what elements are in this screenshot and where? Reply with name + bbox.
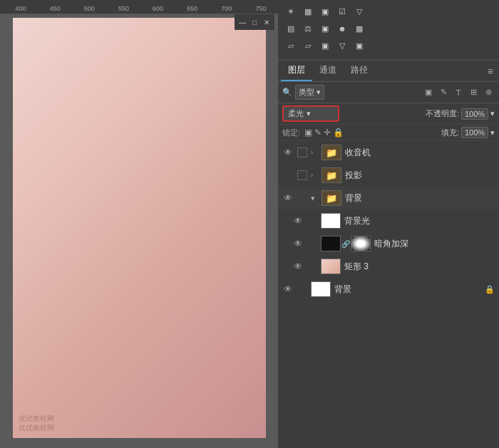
layer-checkbox[interactable] <box>297 170 307 180</box>
fill-input[interactable]: 100% <box>461 127 488 138</box>
layer-thumb-left <box>321 236 341 251</box>
icon-row-3: ▱ ▱ ▣ ▽ ▣ <box>284 38 493 53</box>
layer-thumbnail <box>311 281 331 297</box>
ruler-marks: 400 450 500 550 600 650 700 750 <box>0 5 278 12</box>
layer-thumbnail-container: 🔗 <box>321 236 371 251</box>
layer-item-beijing-group[interactable]: 👁 ▾ 📁 背景 <box>278 187 499 209</box>
lock-all-icon[interactable]: 🔒 <box>333 127 344 137</box>
layer-name: 背景光 <box>344 215 495 227</box>
square-icon[interactable]: ▣ <box>352 38 366 53</box>
icon-row-1: ☀ ▦ ▣ ☑ ▽ <box>284 4 493 19</box>
expand-icon[interactable]: › <box>311 172 318 179</box>
layer-item-touying[interactable]: 👁 › 📁 投影 <box>278 164 499 187</box>
shape1-icon[interactable]: ▱ <box>284 38 298 53</box>
layers-list: 👁 › 📁 收音机 👁 › 📁 投影 👁 <box>278 141 499 448</box>
layer-item-juxing3[interactable]: 👁 矩形 3 <box>278 255 499 278</box>
curves-icon[interactable]: ▣ <box>318 4 332 19</box>
filter-icon-2[interactable]: ✎ <box>437 86 450 99</box>
ruler-mark: 450 <box>38 5 72 12</box>
grid2-icon[interactable]: ▦ <box>352 21 366 36</box>
brightness-icon[interactable]: ☀ <box>284 4 298 19</box>
layer-thumb-right <box>351 236 371 251</box>
ruler-mark: 500 <box>72 5 106 12</box>
layer-item-shouyinji[interactable]: 👁 › 📁 收音机 <box>278 141 499 164</box>
tab-layers[interactable]: 图层 <box>281 61 312 81</box>
expand-icon[interactable]: ▾ <box>311 194 318 203</box>
arrow-icon[interactable]: ▽ <box>352 4 366 19</box>
shape2-icon[interactable]: ▱ <box>301 38 315 53</box>
layer-lock-icon: 🔒 <box>485 285 495 294</box>
opacity-dropdown-icon[interactable]: ▾ <box>490 109 495 118</box>
fill-control: 填充: 100% ▾ <box>441 127 495 138</box>
mask-icon[interactable]: ▣ <box>318 21 332 36</box>
face-icon[interactable]: ☻ <box>335 21 349 36</box>
opacity-input[interactable]: 100% <box>461 108 488 120</box>
visibility-icon[interactable]: 👁 <box>282 283 294 295</box>
visibility-icon[interactable]: 👁 <box>292 261 304 272</box>
layer-thumbnail: 📁 <box>321 190 341 206</box>
canvas-area: — □ ✕ 400 450 500 550 600 650 700 750 优优… <box>0 0 278 448</box>
lock-position-icon[interactable]: ✛ <box>324 127 331 137</box>
lock-icons: ▣ ✎ ✛ 🔒 <box>304 127 344 137</box>
lock-transparent-icon[interactable]: ▣ <box>304 127 312 137</box>
layer-name: 投影 <box>345 170 495 182</box>
rect-icon[interactable]: ▣ <box>318 38 332 53</box>
canvas-content: 优优教程网 优优教程网 <box>0 14 278 448</box>
blend-mode-select[interactable]: 柔光 ▾ <box>282 105 339 122</box>
lock-row: 锁定: ▣ ✎ ✛ 🔒 填充: 100% ▾ <box>278 125 499 141</box>
right-panel: ☀ ▦ ▣ ☑ ▽ ▤ ⚖ ▣ ☻ ▦ ▱ ▱ ▣ ▽ ▣ 图层 通道 路径 ≡ <box>278 0 499 448</box>
visibility-icon[interactable]: 👁 <box>292 238 304 249</box>
type-filter-select[interactable]: 类型 ▾ <box>295 85 324 100</box>
grid-icon[interactable]: ▤ <box>284 21 298 36</box>
ruler-top: 400 450 500 550 600 650 700 750 <box>0 0 278 14</box>
balance-icon[interactable]: ⚖ <box>301 21 315 36</box>
blend-mode-row: 柔光 ▾ 不透明度: 100% ▾ <box>278 103 499 125</box>
close-button[interactable]: ✕ <box>262 17 272 27</box>
layer-item-anjiao[interactable]: 👁 🔗 暗角加深 <box>278 232 499 255</box>
fill-dropdown-icon[interactable]: ▾ <box>490 128 495 137</box>
tab-channels[interactable]: 通道 <box>312 61 344 81</box>
layer-thumbnail <box>321 259 341 274</box>
dropdown-arrow-icon: ▾ <box>317 88 321 97</box>
filter-icon-5[interactable]: ⊛ <box>482 86 495 99</box>
layer-name: 背景 <box>345 192 495 204</box>
check-icon[interactable]: ☑ <box>335 4 349 19</box>
minimize-button[interactable]: — <box>237 17 247 27</box>
layer-name: 背景 <box>334 283 481 296</box>
search-icon: 🔍 <box>282 88 292 97</box>
layer-item-beijingguang[interactable]: 👁 背景光 <box>278 209 499 232</box>
layer-checkbox[interactable] <box>297 147 307 157</box>
visibility-icon[interactable]: 👁 <box>292 215 304 226</box>
levels-icon[interactable]: ▦ <box>301 4 315 19</box>
toolbar-icons: ☀ ▦ ▣ ☑ ▽ ▤ ⚖ ▣ ☻ ▦ ▱ ▱ ▣ ▽ ▣ <box>278 0 499 61</box>
lock-paint-icon[interactable]: ✎ <box>314 127 321 137</box>
ruler-mark: 400 <box>4 5 38 12</box>
layer-name: 矩形 3 <box>344 261 495 273</box>
blend-dropdown-icon: ▾ <box>307 109 311 118</box>
layer-thumbnail: 📁 <box>321 145 341 160</box>
opacity-control: 不透明度: 100% ▾ <box>426 108 495 120</box>
ruler-mark: 550 <box>106 5 140 12</box>
visibility-icon[interactable]: 👁 <box>282 192 294 204</box>
watermark: 优优教程网 优优教程网 <box>19 414 54 432</box>
filter-icon-1[interactable]: ▣ <box>422 86 435 99</box>
tab-paths[interactable]: 路径 <box>344 61 375 81</box>
expand-icon[interactable]: › <box>311 149 318 156</box>
layer-thumbnail: 📁 <box>321 167 341 183</box>
layers-panel: 图层 通道 路径 ≡ 🔍 类型 ▾ ▣ ✎ T ⊞ ⊛ 柔光 ▾ <box>278 61 499 448</box>
maximize-button[interactable]: □ <box>250 17 259 27</box>
layer-item-beijing[interactable]: 👁 背景 🔒 <box>278 278 499 301</box>
filter-icon-3[interactable]: T <box>452 86 465 99</box>
visibility-icon[interactable]: 👁 <box>282 147 294 158</box>
chain-icon: 🔗 <box>341 240 350 248</box>
ruler-mark: 650 <box>175 5 210 12</box>
filter-icons: ▣ ✎ T ⊞ ⊛ <box>422 86 495 99</box>
ruler-mark: 700 <box>210 5 244 12</box>
layer-name: 暗角加深 <box>374 238 495 250</box>
canvas-document: 优优教程网 优优教程网 <box>13 18 266 438</box>
down-icon[interactable]: ▽ <box>335 38 349 53</box>
ruler-mark: 750 <box>244 5 278 12</box>
filter-icon-4[interactable]: ⊞ <box>467 86 480 99</box>
panel-menu-icon[interactable]: ≡ <box>485 63 496 80</box>
layer-thumbnail <box>321 213 341 229</box>
